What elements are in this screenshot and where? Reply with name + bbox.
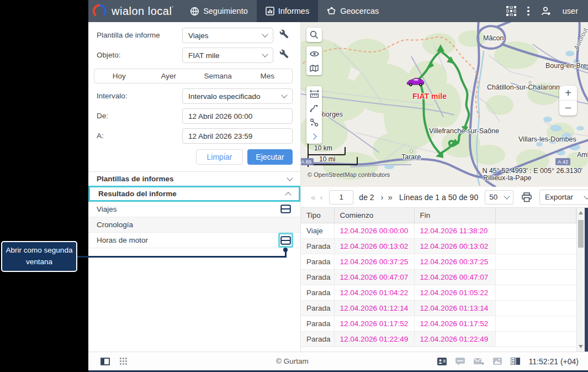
range-mes[interactable]: Mes xyxy=(243,69,293,83)
table-row[interactable]: Parada 12.04.2026 00:37:25 12.04.2026 00… xyxy=(301,254,576,269)
print-button[interactable] xyxy=(521,192,532,202)
first-page-button[interactable]: « xyxy=(309,192,317,202)
routing-button[interactable] xyxy=(306,101,322,115)
section-report-result[interactable]: Resultado del informe xyxy=(88,186,300,202)
scroll-up-arrow-icon[interactable] xyxy=(579,211,583,214)
range-semana[interactable]: Semana xyxy=(193,69,243,83)
copyright-label: © Gurtam xyxy=(276,357,309,365)
open-second-window-horas-button[interactable] xyxy=(278,233,293,248)
split-screen-button[interactable] xyxy=(511,358,520,365)
cell-fin: 12.04.2026 11:38:20 xyxy=(414,223,495,238)
nav-geocercas[interactable]: Geocercas xyxy=(318,0,388,22)
interval-value: Intervalo especificado xyxy=(188,92,261,101)
export-label: Exportar xyxy=(545,193,573,201)
nav-seguimiento-label: Seguimiento xyxy=(203,7,248,15)
from-date-input[interactable]: 12 Abril 2026 00:00 xyxy=(182,108,293,124)
map-view[interactable]: Mâcon Bourg-en-Bres Châtillon-sur-Chalar… xyxy=(301,22,588,187)
cell-fin: 12.04.2026 00:37:25 xyxy=(414,254,495,269)
to-date-input[interactable]: 12 Abril 2026 23:59 xyxy=(182,128,293,144)
cell-comienzo: 12.04.2026 01:04:22 xyxy=(334,285,414,300)
object-settings-button[interactable] xyxy=(279,49,292,61)
chevron-down-icon xyxy=(504,193,510,199)
map-source-button[interactable] xyxy=(306,61,322,75)
zoom-in-button[interactable]: + xyxy=(559,86,577,101)
more-menu-icon[interactable] xyxy=(527,7,529,16)
toggle-left-panel-button[interactable] xyxy=(100,358,110,365)
ruler-icon xyxy=(310,90,319,98)
search-button[interactable] xyxy=(306,28,322,42)
media-button[interactable] xyxy=(493,358,502,365)
prev-page-button[interactable]: ‹ xyxy=(317,192,325,202)
cell-fin: 12.04.2026 01:17:52 xyxy=(414,316,495,331)
to-date-value: 12 Abril 2026 23:59 xyxy=(188,132,252,140)
page-number-input[interactable] xyxy=(329,190,353,205)
template-settings-button[interactable] xyxy=(279,29,292,41)
measure-distance-button[interactable] xyxy=(306,86,322,101)
scrollbar-thumb[interactable] xyxy=(578,220,584,248)
section-report-templates[interactable]: Plantillas de informes xyxy=(88,171,300,186)
template-label: Plantilla de informe xyxy=(97,28,160,43)
user-account-icon[interactable] xyxy=(541,6,552,16)
nav-seguimiento[interactable]: Seguimiento xyxy=(181,0,257,22)
col-header-tipo[interactable]: Tipo xyxy=(301,208,334,223)
bottom-apps-button[interactable] xyxy=(120,358,127,365)
user-name[interactable]: user xyxy=(563,7,578,15)
col-header-fin[interactable]: Fin xyxy=(414,208,495,223)
table-scrollbar[interactable] xyxy=(576,208,585,352)
result-item-horas-de-motor[interactable]: Horas de motor xyxy=(88,233,300,248)
table-row[interactable]: Parada 12.04.2026 01:04:22 12.04.2026 01… xyxy=(301,285,576,300)
cell-extra xyxy=(495,254,576,269)
map-label-ambe: Ambé xyxy=(577,151,588,159)
drivers-button[interactable] xyxy=(437,358,447,365)
cell-fin: 12.04.2026 01:05:22 xyxy=(414,285,495,300)
expand-tools-button[interactable] xyxy=(306,129,322,144)
unit-name-label: FIAT mile xyxy=(401,92,458,101)
clear-button[interactable]: Limpiar xyxy=(196,149,243,165)
visibility-button[interactable] xyxy=(306,46,322,61)
result-header-label: Resultado del informe xyxy=(98,190,177,198)
mail-status-button[interactable] xyxy=(474,358,484,365)
bottom-bar-right: 11:52:21 (+04) xyxy=(437,357,588,366)
table-row[interactable]: Parada 12.04.2026 01:12:14 12.04.2026 01… xyxy=(301,300,576,316)
grid-dots-icon xyxy=(120,358,127,365)
result-item-viajes[interactable]: Viajes xyxy=(88,202,300,217)
nav-informes[interactable]: Informes xyxy=(257,0,318,22)
nearest-units-button[interactable] xyxy=(306,115,322,129)
col-header-comienzo[interactable]: Comienzo xyxy=(334,208,414,223)
table-row[interactable]: Parada 12.04.2026 01:22:49 12.04.2026 01… xyxy=(301,331,576,347)
table-row[interactable]: Parada 12.04.2026 00:13:02 12.04.2026 00… xyxy=(301,238,576,254)
interval-select[interactable]: Intervalo especificado xyxy=(182,88,293,104)
cursor-coordinates: N 45° 52.4993' : E 005° 26.3130' xyxy=(482,167,582,175)
open-second-window-viajes-button[interactable] xyxy=(280,205,292,213)
map-label-bourg: Bourg-en-Bres xyxy=(545,62,588,70)
last-page-button[interactable]: » xyxy=(386,192,395,202)
next-page-button[interactable]: › xyxy=(379,192,386,202)
main-nav: Seguimiento Informes Geocercas xyxy=(181,0,388,22)
execute-button[interactable]: Ejecutar xyxy=(247,149,293,165)
search-icon xyxy=(310,30,319,39)
page-size-select[interactable]: 50 xyxy=(485,190,513,205)
apps-grid-icon[interactable] xyxy=(506,6,516,16)
chevron-down-icon xyxy=(287,175,293,181)
top-bar-right: user xyxy=(506,6,588,16)
range-hoy[interactable]: Hoy xyxy=(94,69,144,83)
scroll-down-arrow-icon[interactable] xyxy=(579,345,583,348)
table-row[interactable]: Viaje 12.04.2026 00:00:00 12.04.2026 11:… xyxy=(301,223,576,238)
range-ayer[interactable]: Ayer xyxy=(144,69,194,83)
table-row[interactable]: Parada 12.04.2026 00:47:07 12.04.2026 00… xyxy=(301,269,576,285)
notifications-button[interactable] xyxy=(455,358,465,365)
report-table-body: Viaje 12.04.2026 00:00:00 12.04.2026 11:… xyxy=(301,223,576,347)
cell-tipo: Parada xyxy=(301,285,334,300)
eye-icon xyxy=(310,50,319,57)
split-panel-icon xyxy=(511,358,520,365)
result-item-cronologia[interactable]: Cronología xyxy=(88,217,300,233)
cell-comienzo: 12.04.2026 00:13:02 xyxy=(334,238,414,254)
zoom-out-button[interactable]: − xyxy=(559,101,577,116)
table-row[interactable]: Parada 12.04.2026 01:17:52 12.04.2026 01… xyxy=(301,316,576,331)
export-button[interactable]: Exportar xyxy=(539,190,588,205)
template-select[interactable]: Viajes xyxy=(182,28,273,43)
map-attribution: © OpenStreetMap contributors xyxy=(308,171,390,178)
from-label: De: xyxy=(97,108,108,124)
object-select[interactable]: FIAT mile xyxy=(182,48,273,63)
pagination-bar: « ‹ de 2 › » Líneas de 1 a 50 de 90 50 xyxy=(301,187,588,208)
